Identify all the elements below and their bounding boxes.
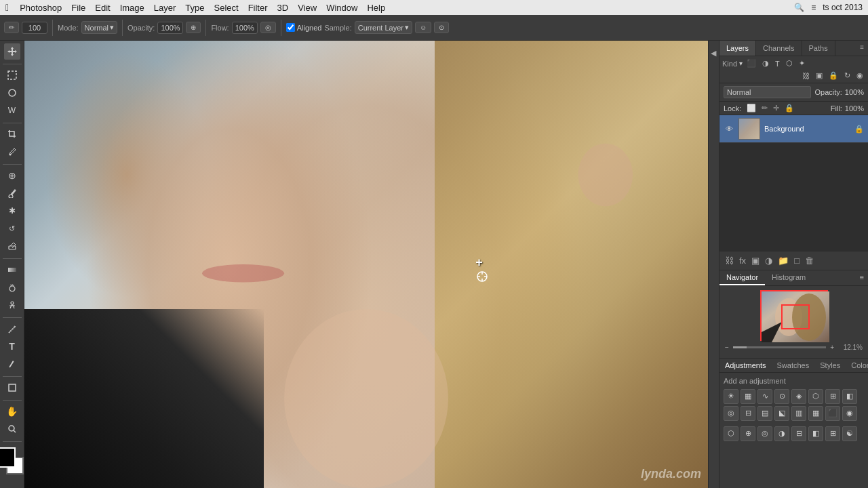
zoom-out-btn[interactable]: − (725, 344, 729, 351)
menu-help[interactable]: Help (367, 3, 385, 13)
apple-logo-icon[interactable]:  (5, 2, 9, 13)
vignette-icon[interactable]: ◉ (842, 406, 857, 421)
color-balance-icon[interactable]: ⊞ (825, 389, 840, 404)
shape-tool[interactable] (4, 380, 20, 396)
menu-layer[interactable]: Layer (154, 3, 176, 13)
tab-color[interactable]: Color (846, 359, 868, 372)
tab-styles[interactable]: Styles (814, 359, 846, 372)
flow-input[interactable]: 100% (232, 22, 258, 34)
lasso-tool[interactable] (4, 85, 20, 101)
brush-size-input[interactable]: 100 (22, 22, 47, 34)
navigator-menu-btn[interactable]: ≡ (856, 270, 868, 285)
adj-icon-extra1[interactable]: ⬡ (724, 426, 738, 441)
opacity-value[interactable]: 100% (845, 88, 864, 96)
adj-icon-extra3[interactable]: ◎ (757, 426, 772, 441)
exposure-icon[interactable]: ⊙ (774, 389, 789, 404)
filter-type-btn[interactable]: T (773, 59, 782, 68)
lock-position-btn[interactable]: ✛ (773, 104, 779, 113)
adj-icon-extra5[interactable]: ⊟ (791, 426, 806, 441)
opacity-settings-btn[interactable]: ⊕ (186, 22, 201, 33)
menu-select[interactable]: Select (214, 3, 239, 13)
selective-color-icon[interactable]: ⬕ (774, 406, 789, 421)
clone-source-btn[interactable]: ⊙ (434, 22, 449, 33)
search-icon[interactable]: 🔍 (794, 3, 804, 12)
tab-navigator[interactable]: Navigator (719, 270, 765, 285)
adj-icon-extra4[interactable]: ◑ (774, 426, 789, 441)
layer-item[interactable]: 👁 Background 🔒 (719, 115, 868, 143)
tab-swatches[interactable]: Swatches (772, 359, 815, 372)
filter-adjustment-btn[interactable]: ◑ (760, 58, 771, 68)
crop-tool[interactable] (4, 126, 20, 142)
channel-mixer-icon[interactable]: ⊟ (741, 406, 755, 421)
add-layer-icon[interactable]: □ (793, 254, 801, 267)
pen-tool[interactable] (4, 321, 20, 337)
threshold-icon[interactable]: ▥ (791, 406, 806, 421)
menu-photoshop[interactable]: Photoshop (20, 3, 62, 13)
tab-paths[interactable]: Paths (802, 41, 835, 56)
delete-layer-icon[interactable]: 🗑 (804, 254, 815, 267)
vibrance-icon[interactable]: ◈ (791, 389, 806, 404)
toggle-filter-btn[interactable]: ◉ (854, 70, 865, 81)
merge-btn[interactable]: ▣ (814, 70, 825, 81)
ignore-adjustment-btn[interactable]: ☺ (415, 22, 431, 33)
tab-histogram[interactable]: Histogram (765, 270, 812, 285)
link-icon[interactable]: ⛓ (724, 254, 735, 267)
healing-brush-tool[interactable]: ⊕ (4, 167, 20, 184)
filter-pixel-btn[interactable]: ⬛ (745, 58, 758, 68)
posterize-icon[interactable]: ▦ (808, 406, 823, 421)
levels-icon[interactable]: ▦ (741, 389, 755, 404)
zoom-in-btn[interactable]: + (830, 344, 834, 351)
zoom-slider[interactable] (733, 346, 826, 348)
lock-transparent-btn[interactable]: ⬜ (747, 104, 756, 113)
collapse-arrow[interactable]: ◀ (709, 49, 718, 58)
menu-type[interactable]: Type (185, 3, 204, 13)
quick-select-tool[interactable]: W (4, 102, 20, 119)
brush-tool[interactable] (4, 185, 20, 201)
foreground-color[interactable] (0, 447, 16, 468)
add-group-icon[interactable]: 📁 (776, 254, 790, 267)
tab-layers[interactable]: Layers (719, 41, 756, 56)
tab-channels[interactable]: Channels (756, 41, 802, 56)
fill-value[interactable]: 100% (845, 104, 864, 113)
lock-all-btn[interactable]: 🔒 (827, 70, 840, 81)
dodge-tool[interactable] (4, 297, 20, 313)
path-selection-tool[interactable] (4, 356, 20, 372)
filter-shape-btn[interactable]: ⬡ (784, 58, 795, 68)
history-brush-tool[interactable]: ↺ (4, 220, 20, 237)
blend-mode-dropdown[interactable]: Normal (724, 86, 811, 98)
opacity-input[interactable]: 100% (157, 22, 183, 34)
refresh-btn[interactable]: ↻ (842, 70, 852, 81)
menu-image[interactable]: Image (120, 3, 144, 13)
panel-menu-btn[interactable]: ≡ (856, 41, 868, 56)
eyedropper-tool[interactable] (4, 144, 20, 160)
list-icon[interactable]: ≡ (811, 3, 816, 12)
blur-tool[interactable] (4, 279, 20, 296)
menu-filter[interactable]: Filter (248, 3, 268, 13)
hand-tool[interactable]: ✋ (4, 403, 20, 420)
menu-3d[interactable]: 3D (277, 3, 289, 13)
menu-file[interactable]: File (71, 3, 85, 13)
mode-dropdown[interactable]: Normal ▾ (81, 21, 117, 34)
brush-preset-picker[interactable]: ✏ (4, 22, 19, 33)
photo-filter-icon[interactable]: ◎ (724, 406, 738, 421)
add-mask-icon[interactable]: ▣ (750, 254, 761, 267)
adj-icon-extra8[interactable]: ☯ (842, 426, 857, 441)
aligned-checkbox-label[interactable]: Aligned (286, 23, 322, 32)
zoom-tool[interactable] (4, 421, 20, 437)
adj-icon-extra2[interactable]: ⊕ (741, 426, 755, 441)
curves-icon[interactable]: ∿ (757, 389, 772, 404)
move-tool[interactable] (4, 43, 20, 60)
filter-smart-btn[interactable]: ✦ (797, 58, 807, 68)
hsl-icon[interactable]: ⬡ (808, 389, 823, 404)
menu-window[interactable]: Window (326, 3, 357, 13)
lock-all-layers-btn[interactable]: 🔒 (785, 104, 794, 113)
clone-stamp-tool[interactable]: ✱ (4, 203, 20, 219)
rectangular-marquee-tool[interactable] (4, 67, 20, 83)
tab-adjustments[interactable]: Adjustments (719, 359, 772, 372)
adj-icon-extra6[interactable]: ◧ (808, 426, 823, 441)
gradient-map-icon[interactable]: ▤ (757, 406, 772, 421)
menu-view[interactable]: View (298, 3, 317, 13)
fx-icon[interactable]: fx (738, 254, 747, 267)
layer-visibility-toggle[interactable]: 👁 (724, 123, 734, 134)
invert-icon[interactable]: ⬛ (825, 406, 840, 421)
